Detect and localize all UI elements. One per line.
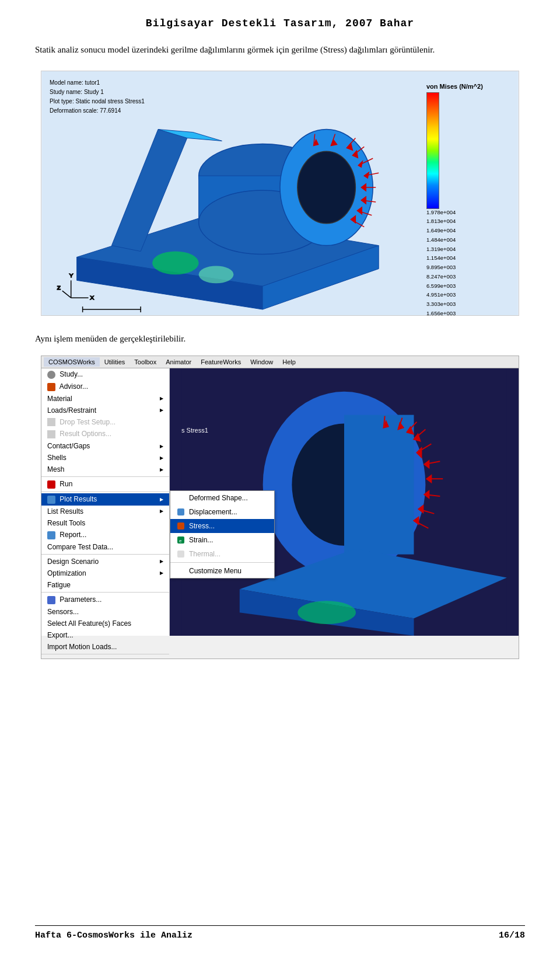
menu-list-results[interactable]: List Results ▶ xyxy=(41,506,169,517)
menu-screenshot: COSMOSWorks Utilities Toolbox Animator F… xyxy=(35,356,525,659)
model-name: Model name: tutor1 xyxy=(50,78,145,88)
contact-gaps-arrow: ▶ xyxy=(160,444,163,449)
menu-shells[interactable]: Shells ▶ xyxy=(41,452,169,464)
separator-params xyxy=(41,592,169,593)
thermal-icon xyxy=(176,549,186,559)
svg-rect-57 xyxy=(344,415,414,555)
screenshot-body: Study... Advisor... Material ▶ xyxy=(41,368,519,636)
menu-compare-test[interactable]: Compare Test Data... xyxy=(41,541,169,553)
legend-bar: 1.978e+004 1.813e+004 1.649e+004 1.484e+… xyxy=(426,92,507,316)
legend-val-9: 4.951e+003 xyxy=(426,291,456,298)
legend-area: von Mises (N/m^2) 1.978e+004 1.813e+004 … xyxy=(426,83,507,316)
menu-sensors[interactable]: Sensors... xyxy=(41,606,169,618)
stress-image-container: Model name: tutor1 Study name: Study 1 P… xyxy=(35,71,525,316)
study-icon xyxy=(47,371,55,379)
plot-results-arrow: ▶ xyxy=(160,497,163,502)
submenu-deformed-shape[interactable]: Deformed Shape... xyxy=(170,491,274,505)
svg-text:Y: Y xyxy=(69,272,74,278)
menu-drop-test: Drop Test Setup... xyxy=(41,416,169,429)
menu-plot-results[interactable]: Plot Results ▶ xyxy=(41,493,169,506)
page-footer: Hafta 6-CosmosWorks ile Analiz 16/18 xyxy=(35,925,525,940)
menu-mesh[interactable]: Mesh ▶ xyxy=(41,464,169,475)
menu-design-scenario[interactable]: Design Scenario ▶ xyxy=(41,556,169,567)
mid-text: Aynı işlem menüden de gerçekleştirilebil… xyxy=(35,332,525,346)
legend-val-3: 1.484e+004 xyxy=(426,236,456,243)
legend-val-10: 3.303e+003 xyxy=(426,301,456,307)
menu-container: COSMOSWorks Utilities Toolbox Animator F… xyxy=(41,356,519,659)
separator-design xyxy=(41,554,169,555)
svg-point-60 xyxy=(298,601,356,624)
deformed-shape-icon xyxy=(176,493,186,503)
loads-restraint-arrow: ▶ xyxy=(160,407,163,413)
legend-val-0: 1.978e+004 xyxy=(426,209,456,215)
svg-rect-50 xyxy=(177,522,184,529)
stress-image: Model name: tutor1 Study name: Study 1 P… xyxy=(41,71,519,316)
menu-select-faces[interactable]: Select All Feature(s) Faces xyxy=(41,618,169,629)
legend-labels: 1.978e+004 1.813e+004 1.649e+004 1.484e+… xyxy=(426,209,456,316)
menubar-featureworks[interactable]: FeatureWorks xyxy=(196,357,246,367)
menubar-toolbox[interactable]: Toolbox xyxy=(130,357,161,367)
submenu-stress[interactable]: Stress... xyxy=(170,519,274,533)
menubar-animator[interactable]: Animator xyxy=(161,357,196,367)
svg-text:e: e xyxy=(179,538,182,544)
model-info: Model name: tutor1 Study name: Study 1 P… xyxy=(50,78,145,116)
menu-material[interactable]: Material ▶ xyxy=(41,393,169,405)
svg-point-12 xyxy=(199,266,234,283)
legend-val-6: 9.895e+003 xyxy=(426,264,456,270)
legend-val-2: 1.649e+004 xyxy=(426,227,456,234)
menu-export[interactable]: Export... xyxy=(41,629,169,641)
menu-run[interactable]: Run xyxy=(41,478,169,490)
svg-rect-49 xyxy=(177,508,184,515)
menu-result-options: Result Options... xyxy=(41,428,169,440)
plot-type: Plot type: Static nodal stress Stress1 xyxy=(50,97,145,106)
svg-point-10 xyxy=(298,151,356,223)
menu-parameters[interactable]: Parameters... xyxy=(41,594,169,606)
customize-menu-icon xyxy=(176,566,186,576)
stress-icon xyxy=(176,521,186,531)
menu-import-motion[interactable]: Import Motion Loads... xyxy=(41,641,169,653)
legend-val-5: 1.154e+004 xyxy=(426,255,456,261)
menu-loads-restraint[interactable]: Loads/Restraint ▶ xyxy=(41,405,169,416)
advisor-icon xyxy=(47,383,55,391)
strain-icon: e xyxy=(176,535,186,545)
menu-fatigue[interactable]: Fatigue xyxy=(41,579,169,591)
submenu-displacement[interactable]: Displacement... xyxy=(170,505,274,519)
drop-test-icon xyxy=(47,418,55,426)
svg-text:Z: Z xyxy=(57,284,61,291)
legend-val-4: 1.319e+004 xyxy=(426,246,456,252)
submenu-strain[interactable]: e Strain... xyxy=(170,533,274,547)
submenu-separator xyxy=(170,562,274,563)
study-name: Study name: Study 1 xyxy=(50,88,145,97)
separator-plot xyxy=(41,492,169,492)
submenu-customize-menu[interactable]: Customize Menu xyxy=(170,564,274,578)
menu-contact-gaps[interactable]: Contact/Gaps ▶ xyxy=(41,440,169,452)
left-menu: Study... Advisor... Material ▶ xyxy=(41,368,170,636)
menu-options[interactable]: Options... xyxy=(41,656,169,659)
shells-arrow: ▶ xyxy=(160,455,163,461)
separator-run xyxy=(41,476,169,477)
page-title: Bilgisayar Destekli Tasarım, 2007 Bahar xyxy=(35,18,525,29)
menu-report[interactable]: Report... xyxy=(41,529,169,541)
result-options-icon xyxy=(47,430,55,438)
separator-options xyxy=(41,654,169,654)
plot-results-submenu: Deformed Shape... Displacement... Stress… xyxy=(170,490,275,579)
menu-result-tools[interactable]: Result Tools xyxy=(41,517,169,529)
legend-val-7: 8.247e+003 xyxy=(426,273,456,280)
page: Bilgisayar Destekli Tasarım, 2007 Bahar … xyxy=(0,0,560,958)
menubar-utilities[interactable]: Utilities xyxy=(100,357,130,367)
legend-val-1: 1.813e+004 xyxy=(426,218,456,224)
menubar-help[interactable]: Help xyxy=(278,357,300,367)
svg-text:X: X xyxy=(90,294,94,301)
menubar-window[interactable]: Window xyxy=(246,357,278,367)
svg-rect-53 xyxy=(177,551,184,558)
deformation-scale: Deformation scale: 77.6914 xyxy=(50,106,145,116)
menu-advisor[interactable]: Advisor... xyxy=(41,381,169,393)
footer-right: 16/18 xyxy=(499,931,525,940)
menubar-cosmosworks[interactable]: COSMOSWorks xyxy=(44,357,100,367)
optimization-arrow: ▶ xyxy=(160,570,163,576)
menu-optimization[interactable]: Optimization ▶ xyxy=(41,567,169,579)
legend-val-8: 6.599e+003 xyxy=(426,283,456,289)
menu-study[interactable]: Study... xyxy=(41,368,169,381)
displacement-icon xyxy=(176,507,186,517)
submenu-thermal: Thermal... xyxy=(170,547,274,561)
